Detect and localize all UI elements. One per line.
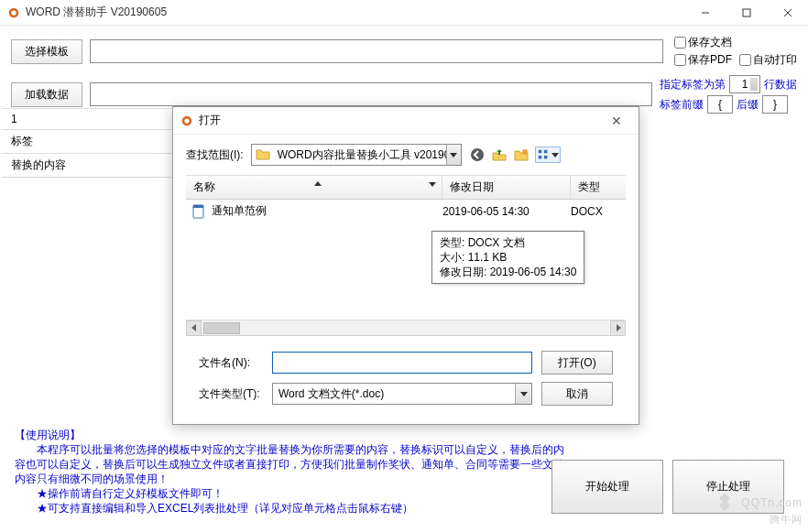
filetype-label: 文件类型(T): <box>199 386 263 402</box>
tooltip-size: 大小: 11.1 KB <box>440 250 576 265</box>
col-name[interactable]: 名称 <box>186 176 442 199</box>
folder-icon <box>256 147 270 162</box>
row-data-label[interactable]: 行数据 <box>764 77 797 92</box>
auto-print-label: 自动打印 <box>753 52 797 68</box>
file-date: 2019-06-05 14:30 <box>442 205 571 218</box>
file-list-header: 名称 修改日期 类型 <box>186 175 626 200</box>
app-icon <box>7 6 20 19</box>
scroll-thumb[interactable] <box>203 322 240 334</box>
file-list-body[interactable]: 通知单范例 2019-06-05 14:30 DOCX 类型: DOCX 文档 … <box>186 200 626 320</box>
help-heading: 【使用说明】 <box>15 428 564 442</box>
svg-point-8 <box>471 148 484 161</box>
watermark-sub: 腾牛网 <box>714 513 803 527</box>
svg-point-9 <box>522 149 528 155</box>
svg-point-1 <box>11 10 16 15</box>
load-data-button[interactable]: 加载数据 <box>11 82 82 107</box>
tag-suffix-input[interactable] <box>762 95 788 114</box>
window-title: WORD 潜替助手 V20190605 <box>26 5 684 20</box>
tooltip-date: 修改日期: 2019-06-05 14:30 <box>440 265 576 279</box>
svg-rect-12 <box>538 156 541 159</box>
tab-1[interactable]: 1 <box>2 108 176 129</box>
tag-row-label[interactable]: 指定标签为第 <box>660 77 726 92</box>
file-tooltip: 类型: DOCX 文档 大小: 11.1 KB 修改日期: 2019-06-05… <box>431 231 584 284</box>
help-line1: 本程序可以批量将您选择的模板中对应的文字批量替换为你所需要的内容，替换标识可以自… <box>15 442 564 486</box>
minimize-button[interactable] <box>684 0 726 26</box>
template-path-input[interactable] <box>90 39 663 63</box>
dialog-icon <box>180 114 193 127</box>
svg-rect-3 <box>743 9 750 16</box>
docx-icon <box>191 204 206 219</box>
file-name: 通知单范例 <box>212 203 442 219</box>
dialog-close-button[interactable]: ✕ <box>602 114 631 128</box>
scroll-left-button[interactable] <box>186 320 202 336</box>
watermark-text: QQTn.com <box>741 496 803 509</box>
save-pdf-label: 保存PDF <box>688 52 732 68</box>
look-in-combo[interactable]: WORD内容批量替换小工具 v201906 <box>251 144 462 166</box>
help-text: 【使用说明】 本程序可以批量将您选择的模板中对应的文字批量替换为你所需要的内容，… <box>15 428 564 516</box>
back-button[interactable] <box>469 147 486 163</box>
tab-replace-content[interactable]: 替换的内容 <box>2 153 176 178</box>
look-in-folder-name: WORD内容批量替换小工具 v201906 <box>274 147 446 163</box>
tag-row-spinner[interactable]: 1 <box>729 75 760 93</box>
data-path-input[interactable] <box>90 82 652 106</box>
dialog-title: 打开 <box>199 113 602 128</box>
open-button[interactable]: 打开(O) <box>541 351 613 375</box>
svg-rect-13 <box>544 156 548 159</box>
look-in-label: 查找范围(I): <box>186 147 244 163</box>
filetype-select[interactable]: Word 文档文件(*.doc) <box>272 383 532 405</box>
cancel-button[interactable]: 取消 <box>541 382 613 406</box>
help-line3: ★可支持直接编辑和导入EXCEL列表批处理（详见对应单元格点击鼠标右键） <box>15 501 564 516</box>
svg-rect-15 <box>193 205 203 208</box>
tooltip-type: 类型: DOCX 文档 <box>440 235 576 250</box>
horizontal-scrollbar[interactable] <box>186 320 626 335</box>
auto-print-checkbox[interactable] <box>739 54 751 66</box>
tag-suffix-label[interactable]: 后缀 <box>737 97 759 113</box>
svg-rect-10 <box>538 150 541 154</box>
scroll-right-button[interactable] <box>610 320 626 336</box>
watermark: QQTn.com 腾牛网 <box>714 490 803 527</box>
filename-input[interactable] <box>272 352 532 374</box>
col-type[interactable]: 类型 <box>571 176 626 199</box>
save-pdf-checkbox[interactable] <box>674 54 686 66</box>
help-line2: ★操作前请自行定义好模板文件即可！ <box>15 486 564 501</box>
open-dialog: 打开 ✕ 查找范围(I): WORD内容批量替换小工具 v201906 名称 修… <box>172 106 639 425</box>
col-date[interactable]: 修改日期 <box>442 176 571 199</box>
view-menu-button[interactable] <box>535 147 561 163</box>
select-template-button[interactable]: 选择模板 <box>11 39 82 64</box>
svg-rect-11 <box>544 150 548 154</box>
filetype-value: Word 文档文件(*.doc) <box>273 386 515 402</box>
tab-tag[interactable]: 标签 <box>2 129 176 153</box>
close-button[interactable] <box>767 0 808 26</box>
start-process-button[interactable]: 开始处理 <box>551 460 663 514</box>
tag-prefix-input[interactable] <box>707 95 733 114</box>
up-one-level-button[interactable] <box>491 147 508 163</box>
file-row[interactable]: 通知单范例 2019-06-05 14:30 DOCX <box>186 200 626 223</box>
left-tabs: 1 标签 替换的内容 <box>2 108 176 178</box>
file-type: DOCX <box>571 205 620 218</box>
save-doc-label: 保存文档 <box>688 35 732 50</box>
save-doc-checkbox[interactable] <box>674 37 686 49</box>
new-folder-button[interactable] <box>513 147 530 163</box>
svg-point-7 <box>184 118 189 123</box>
tag-prefix-label[interactable]: 标签前缀 <box>660 97 704 113</box>
titlebar: WORD 潜替助手 V20190605 <box>0 0 808 26</box>
maximize-button[interactable] <box>726 0 767 26</box>
filename-label: 文件名(N): <box>199 355 263 371</box>
